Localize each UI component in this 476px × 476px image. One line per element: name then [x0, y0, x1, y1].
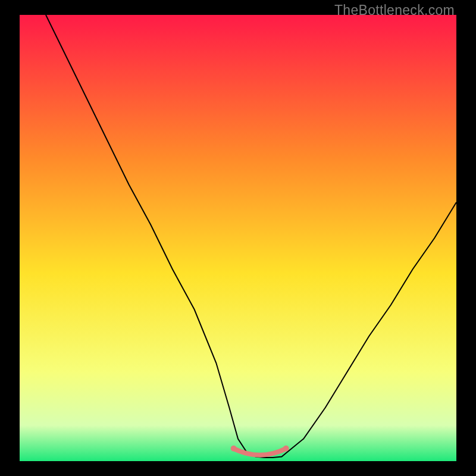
plot-area: [20, 15, 456, 461]
gradient-background: [20, 15, 456, 461]
svg-rect-0: [20, 15, 456, 461]
chart-container: TheBottleneck.com: [0, 0, 476, 476]
